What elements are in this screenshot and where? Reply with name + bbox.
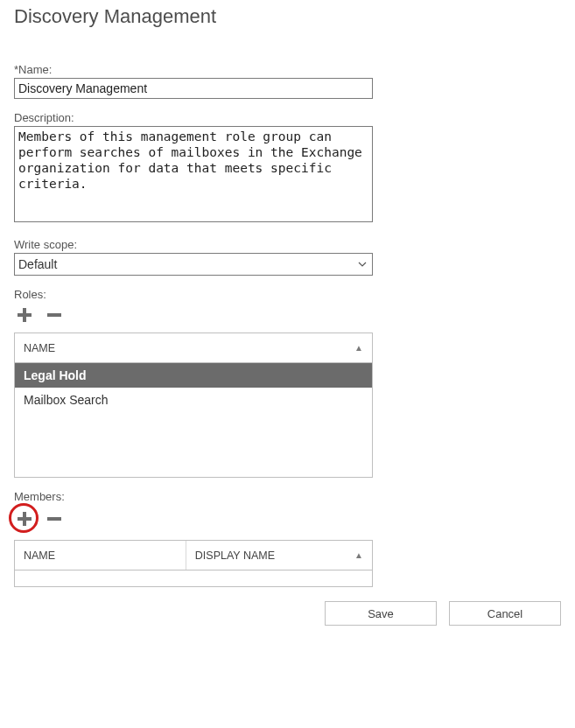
members-column-header-row: NAME DISPLAY NAME ▲ (15, 541, 372, 570)
members-label: Members: (14, 490, 561, 503)
name-label: *Name: (14, 63, 561, 76)
roles-add-button[interactable] (14, 304, 35, 326)
members-remove-button[interactable] (44, 508, 65, 529)
roles-column-name[interactable]: NAME ▲ (15, 333, 372, 362)
description-label: Description: (14, 111, 561, 124)
chevron-down-icon (358, 260, 367, 269)
save-button[interactable]: Save (325, 601, 437, 626)
write-scope-label: Write scope: (14, 238, 561, 251)
minus-icon (45, 509, 64, 528)
write-scope-select[interactable]: Default (14, 253, 373, 276)
write-scope-value: Default (18, 257, 57, 271)
roles-row[interactable]: Mailbox Search (15, 388, 372, 412)
roles-listbox: NAME ▲ Legal Hold Mailbox Search (14, 332, 373, 478)
roles-label: Roles: (14, 288, 561, 301)
members-column-name[interactable]: NAME (15, 541, 186, 570)
minus-icon (45, 305, 64, 325)
members-add-button[interactable] (14, 508, 35, 529)
roles-row-label: Mailbox Search (24, 393, 109, 407)
cancel-button[interactable]: Cancel (449, 601, 561, 626)
members-column-display-name-label: DISPLAY NAME (195, 550, 275, 562)
plus-icon (15, 509, 34, 528)
members-listbox: NAME DISPLAY NAME ▲ (14, 540, 373, 587)
members-column-name-label: NAME (24, 550, 55, 562)
sort-asc-icon: ▲ (354, 550, 363, 560)
members-column-display-name[interactable]: DISPLAY NAME ▲ (186, 541, 372, 570)
roles-remove-button[interactable] (44, 304, 65, 326)
sort-asc-icon: ▲ (354, 343, 363, 353)
description-textarea[interactable]: Members of this management role group ca… (14, 126, 373, 222)
roles-row[interactable]: Legal Hold (15, 363, 372, 388)
plus-icon (15, 305, 34, 325)
page-title: Discovery Management (14, 5, 561, 28)
name-input[interactable] (14, 78, 373, 99)
roles-column-header-row: NAME ▲ (15, 333, 372, 363)
roles-row-label: Legal Hold (24, 368, 87, 382)
roles-column-name-label: NAME (24, 342, 55, 354)
